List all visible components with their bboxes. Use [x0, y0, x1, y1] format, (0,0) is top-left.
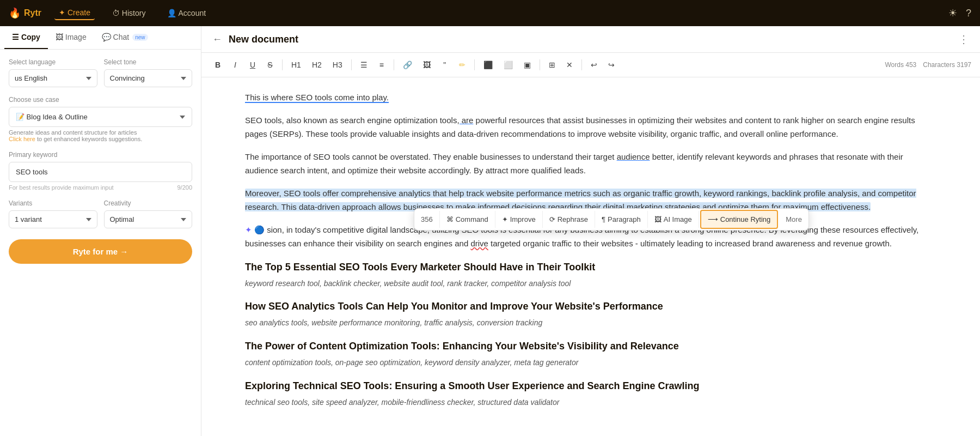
more-label: More: [786, 215, 802, 223]
improve-label: Improve: [510, 215, 536, 223]
help-icon[interactable]: ?: [966, 8, 971, 19]
tab-copy-label: ☰ Copy: [12, 33, 40, 41]
toolbar-sep-3: [394, 59, 394, 70]
toolbar-sep-5: [540, 59, 540, 70]
nav-history-label: ⏱ History: [112, 9, 145, 17]
ordered-list-button[interactable]: ≡: [374, 57, 389, 72]
clear-button[interactable]: ✕: [562, 57, 577, 72]
sidebar-content: Select language us English Select tone C…: [0, 50, 201, 436]
heading-3: The Power of Content Optimization Tools:…: [245, 341, 936, 352]
logo[interactable]: 🔥 Rytr: [9, 7, 41, 19]
undo-button[interactable]: ↩: [586, 57, 602, 72]
editor-toolbar: B I U S H1 H2 H3 ☰ ≡ 🔗 🖼 " ✏ ⬛ ⬜ ▣ ⊞ ✕ ↩…: [201, 53, 980, 77]
paragraph-definition: SEO tools, also known as search engine o…: [245, 113, 936, 141]
underline-button[interactable]: U: [245, 57, 260, 72]
nav-history[interactable]: ⏱ History: [108, 7, 150, 20]
use-case-hint: Generate ideas and content structure for…: [9, 129, 192, 142]
tab-image[interactable]: 🖼 Image: [48, 26, 94, 49]
editor-content[interactable]: This is where SEO tools come into play. …: [201, 77, 980, 436]
top-navigation: 🔥 Rytr ✦ Create ⏱ History 👤 Account ☀ ?: [0, 0, 980, 26]
char-count: Characters 3197: [923, 61, 971, 69]
bold-button[interactable]: B: [210, 57, 225, 72]
link-button[interactable]: 🔗: [399, 57, 416, 72]
paragraph-intro: This is where SEO tools come into play.: [245, 90, 936, 105]
nav-account-label: 👤 Account: [167, 9, 206, 17]
back-button[interactable]: ←: [212, 34, 222, 45]
command-button[interactable]: ⌘ Command: [440, 211, 495, 228]
bullet-list-button[interactable]: ☰: [356, 57, 372, 72]
tab-chat-label: 💬 Chat: [102, 33, 129, 41]
use-case-select[interactable]: 📝 Blog Idea & Outline: [9, 107, 192, 127]
header-menu-button[interactable]: ⋮: [958, 33, 969, 46]
tab-chat[interactable]: 💬 Chat new: [94, 26, 156, 49]
highlight-button[interactable]: ✏: [455, 57, 470, 72]
ai-image-label: AI Image: [664, 215, 692, 223]
para3-end: attract more qualified leads.: [486, 166, 586, 175]
strikethrough-button[interactable]: S: [262, 57, 278, 72]
creativity-select[interactable]: Optimal: [104, 210, 193, 228]
tone-select[interactable]: Convincing: [104, 69, 193, 87]
tone-label: Select tone: [104, 58, 193, 66]
align-left-button[interactable]: ⬛: [479, 57, 497, 72]
heading-1: The Top 5 Essential SEO Tools Every Mark…: [245, 262, 936, 273]
more-button[interactable]: More: [779, 211, 808, 228]
h2-button[interactable]: H2: [308, 57, 326, 72]
nav-create[interactable]: ✦ Create: [54, 6, 95, 20]
variants-creativity-row: Variants 1 variant Creativity Optimal: [9, 199, 192, 228]
continue-ryting-button[interactable]: ⟶ Continue Ryting: [700, 210, 779, 229]
creativity-label: Creativity: [104, 199, 193, 207]
use-case-hint-text: Generate ideas and content structure for…: [9, 129, 137, 136]
continue-ryting-icon: ⟶: [708, 215, 718, 223]
toolbar-sep-6: [581, 59, 582, 70]
heading-4: Exploring Technical SEO Tools: Ensuring …: [245, 380, 936, 392]
nav-account[interactable]: 👤 Account: [163, 7, 210, 20]
image-button[interactable]: 🖼: [419, 57, 435, 72]
keyword-count: 9/200: [177, 184, 192, 191]
tab-copy[interactable]: ☰ Copy: [4, 26, 48, 49]
language-select[interactable]: us English: [9, 69, 97, 87]
toolbar-sep-1: [282, 59, 283, 70]
keyword-input[interactable]: [9, 162, 192, 182]
command-icon: ⌘: [446, 215, 454, 223]
rephrase-label: Rephrase: [558, 215, 588, 223]
h1-button[interactable]: H1: [287, 57, 305, 72]
nav-right-actions: ☀ ?: [948, 7, 971, 19]
audience-underline: audience: [617, 152, 650, 161]
logo-text: Rytr: [24, 8, 41, 18]
quote-button[interactable]: ": [437, 57, 452, 72]
rephrase-icon: ⟳: [549, 215, 555, 223]
use-case-label: Choose use case: [9, 96, 192, 104]
improve-button[interactable]: ✦ Improve: [495, 211, 543, 228]
h3-button[interactable]: H3: [328, 57, 347, 72]
chat-badge: new: [132, 34, 148, 41]
document-title[interactable]: New document: [229, 34, 298, 45]
rephrase-button[interactable]: ⟳ Rephrase: [543, 211, 595, 228]
logo-icon: 🔥: [9, 7, 21, 19]
keyword-label: Primary keyword: [9, 151, 192, 159]
use-case-link-suffix: to get enhanced keywords suggestions.: [35, 136, 142, 142]
seo-underline-span: , are: [457, 116, 473, 125]
use-case-group: Choose use case 📝 Blog Idea & Outline Ge…: [9, 96, 192, 142]
paragraph-button[interactable]: ¶ Paragraph: [595, 211, 648, 228]
use-case-link[interactable]: Click here: [9, 136, 35, 142]
keyword-hint-text: For best results provide maximum input: [9, 184, 114, 191]
align-right-button[interactable]: ▣: [519, 57, 535, 72]
language-tone-row: Select language us English Select tone C…: [9, 58, 192, 87]
table-button[interactable]: ⊞: [544, 57, 560, 72]
ryte-button[interactable]: Ryte for me →: [9, 239, 192, 264]
align-center-button[interactable]: ⬜: [499, 57, 517, 72]
editor-header: ← New document ⋮: [201, 26, 980, 53]
main-layout: ☰ Copy 🖼 Image 💬 Chat new Select languag…: [0, 26, 980, 436]
floating-count: 356: [414, 211, 440, 228]
language-label: Select language: [9, 58, 97, 66]
keyword-hint: For best results provide maximum input 9…: [9, 184, 192, 191]
italic-button[interactable]: I: [228, 57, 243, 72]
variants-select[interactable]: 1 variant: [9, 210, 97, 228]
ai-image-button[interactable]: 🖼 AI Image: [648, 211, 699, 228]
seo-tools-intro: This is where SEO tools come into play.: [245, 93, 389, 103]
word-char-count: Words 453 Characters 3197: [885, 61, 971, 69]
sidebar: ☰ Copy 🖼 Image 💬 Chat new Select languag…: [0, 26, 201, 436]
theme-toggle-icon[interactable]: ☀: [948, 7, 957, 19]
keyword-group: Primary keyword For best results provide…: [9, 151, 192, 191]
redo-button[interactable]: ↪: [604, 57, 619, 72]
